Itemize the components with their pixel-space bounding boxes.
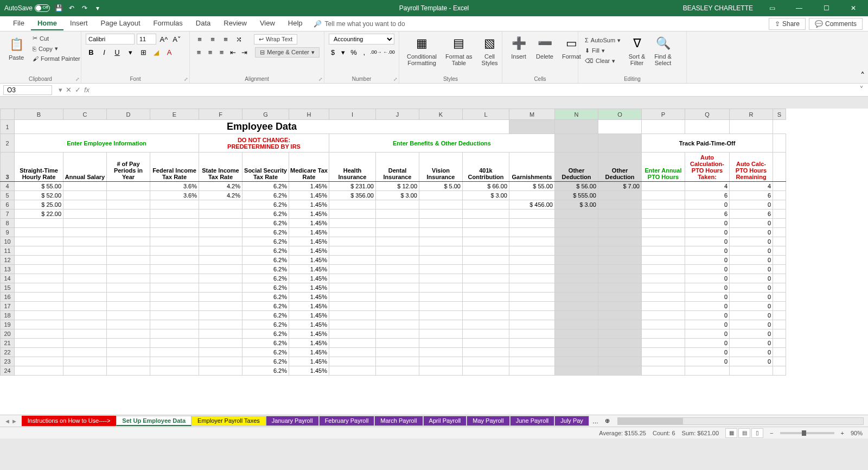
data-cell[interactable]: $ 56.00 <box>555 182 598 191</box>
row-header[interactable]: 5 <box>1 191 15 200</box>
row-header[interactable]: 6 <box>1 200 15 209</box>
data-cell[interactable] <box>555 348 598 357</box>
name-box[interactable] <box>3 85 52 95</box>
data-cell[interactable] <box>509 329 555 339</box>
data-cell[interactable] <box>509 357 555 366</box>
data-cell[interactable] <box>107 182 150 191</box>
data-cell[interactable] <box>199 265 242 274</box>
data-cell[interactable] <box>642 256 685 265</box>
sheet-tab[interactable]: January Payroll <box>266 416 319 426</box>
data-cell[interactable] <box>376 209 419 219</box>
data-cell[interactable]: 1.45% <box>289 274 329 283</box>
data-cell[interactable] <box>199 228 242 237</box>
data-cell[interactable] <box>598 219 642 228</box>
insert-cells-button[interactable]: ➕Insert <box>507 34 531 61</box>
data-cell[interactable] <box>419 209 463 219</box>
data-cell[interactable] <box>642 246 685 256</box>
data-cell[interactable] <box>509 283 555 293</box>
formula-input[interactable] <box>93 85 855 95</box>
data-cell[interactable] <box>376 320 419 329</box>
data-cell[interactable] <box>598 209 642 219</box>
data-cell[interactable]: 6.2% <box>242 320 289 329</box>
data-cell[interactable]: 1.45% <box>289 339 329 348</box>
data-cell[interactable] <box>63 302 107 311</box>
data-cell[interactable]: $ 3.00 <box>555 200 598 209</box>
data-cell[interactable] <box>642 283 685 293</box>
tab-scroll-right-icon[interactable]: ► <box>11 418 17 424</box>
data-cell[interactable] <box>642 339 685 348</box>
data-cell[interactable] <box>555 293 598 302</box>
data-cell[interactable] <box>63 311 107 320</box>
data-cell[interactable] <box>598 256 642 265</box>
data-cell[interactable]: 1.45% <box>289 237 329 246</box>
data-cell[interactable] <box>555 219 598 228</box>
data-cell[interactable] <box>419 366 463 376</box>
data-cell[interactable] <box>598 246 642 256</box>
row-header[interactable]: 24 <box>1 366 15 376</box>
italic-button[interactable]: I <box>99 47 110 58</box>
zoom-in-icon[interactable]: + <box>841 430 844 436</box>
dialog-launcher-icon[interactable]: ⤢ <box>318 77 323 82</box>
data-cell[interactable]: 0 <box>685 293 730 302</box>
column-header[interactable]: J <box>376 109 419 120</box>
data-cell[interactable]: 1.45% <box>289 311 329 320</box>
sheet-tab[interactable]: Employer Payroll Taxes <box>192 416 266 426</box>
increase-decimal-icon[interactable]: .00→ <box>371 47 381 58</box>
column-header[interactable]: I <box>329 109 376 120</box>
data-cell[interactable] <box>555 237 598 246</box>
data-cell[interactable]: 6.2% <box>242 339 289 348</box>
orientation-icon[interactable]: ⤭ <box>233 34 244 45</box>
data-cell[interactable] <box>376 265 419 274</box>
data-cell[interactable] <box>329 357 376 366</box>
data-cell[interactable] <box>642 228 685 237</box>
data-cell[interactable] <box>107 339 150 348</box>
sheet-tab[interactable]: April Payroll <box>423 416 467 426</box>
data-cell[interactable] <box>598 339 642 348</box>
data-cell[interactable] <box>463 246 509 256</box>
data-cell[interactable] <box>150 228 199 237</box>
data-cell[interactable] <box>107 228 150 237</box>
column-header[interactable]: H <box>289 109 329 120</box>
row-header[interactable]: 8 <box>1 219 15 228</box>
data-cell[interactable] <box>642 320 685 329</box>
data-cell[interactable] <box>199 237 242 246</box>
data-cell[interactable] <box>199 209 242 219</box>
data-cell[interactable] <box>463 366 509 376</box>
data-cell[interactable] <box>63 228 107 237</box>
data-cell[interactable] <box>598 311 642 320</box>
data-cell[interactable] <box>642 265 685 274</box>
data-cell[interactable] <box>598 200 642 209</box>
data-cell[interactable]: 6.2% <box>242 237 289 246</box>
namebox-dropdown-icon[interactable]: ▾ <box>59 86 62 94</box>
data-cell[interactable] <box>107 200 150 209</box>
cell-styles-button[interactable]: ▧Cell Styles <box>478 34 502 67</box>
data-cell[interactable] <box>150 283 199 293</box>
ribbon-options-icon[interactable]: ▭ <box>760 0 784 16</box>
data-cell[interactable] <box>598 366 642 376</box>
data-cell[interactable] <box>63 182 107 191</box>
undo-icon[interactable]: ↶ <box>67 4 76 12</box>
data-cell[interactable]: 0 <box>685 348 730 357</box>
data-cell[interactable] <box>150 246 199 256</box>
data-cell[interactable] <box>376 293 419 302</box>
data-cell[interactable]: 0 <box>685 200 730 209</box>
data-cell[interactable] <box>329 339 376 348</box>
row-header[interactable]: 13 <box>1 265 15 274</box>
row-header[interactable]: 14 <box>1 274 15 283</box>
data-cell[interactable]: 3.6% <box>150 191 199 200</box>
data-cell[interactable]: 0 <box>685 320 730 329</box>
paste-button[interactable]: 📋 Paste <box>4 35 28 62</box>
conditional-formatting-button[interactable]: ▦Conditional Formatting <box>404 34 440 67</box>
column-header[interactable]: M <box>509 109 555 120</box>
data-cell[interactable] <box>419 274 463 283</box>
column-header[interactable]: B <box>15 109 63 120</box>
column-header[interactable]: O <box>598 109 642 120</box>
data-cell[interactable] <box>598 302 642 311</box>
data-cell[interactable] <box>598 265 642 274</box>
column-header[interactable]: F <box>199 109 242 120</box>
data-cell[interactable] <box>150 293 199 302</box>
close-icon[interactable]: ✕ <box>841 0 866 16</box>
underline-dropdown-icon[interactable]: ▾ <box>125 47 136 58</box>
data-cell[interactable]: 0 <box>730 311 773 320</box>
data-cell[interactable] <box>329 246 376 256</box>
